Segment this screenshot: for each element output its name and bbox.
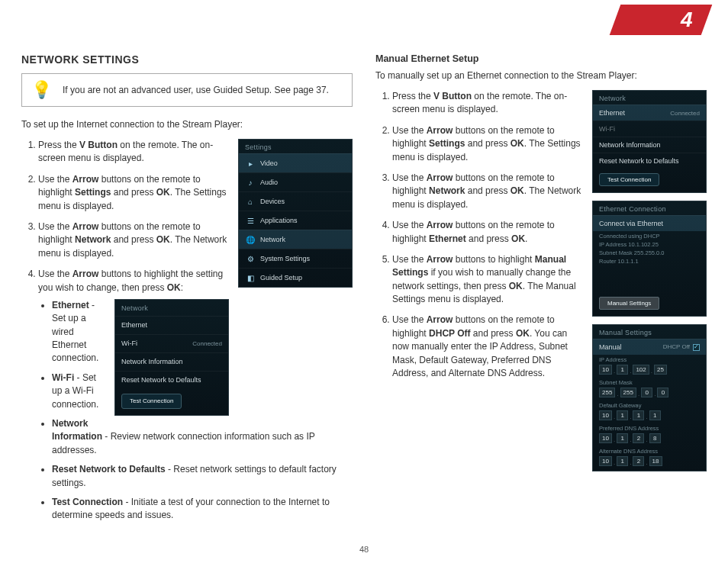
menu-row-ethernet: EthernetConnected — [593, 105, 706, 121]
menu-row-guided: ◧Guided Setup — [239, 268, 352, 287]
menu-row-video: ▸Video — [239, 153, 352, 172]
ip-line: IP Address 10.1.102.25 — [593, 240, 706, 248]
menu-row-applications: ☰Applications — [239, 211, 352, 230]
right-column: Manual Ethernet Setup To manually set up… — [375, 53, 707, 530]
menu-row-devices: ⌂Devices — [239, 191, 352, 211]
audio-icon: ♪ — [245, 177, 256, 188]
gateway-label: Default Gateway — [593, 401, 706, 409]
gear-icon: ⚙ — [245, 253, 256, 264]
menu-row-netinfo: Network Information — [115, 352, 228, 371]
manual-settings-button: Manual Settings — [599, 297, 659, 310]
menu-row-network: 🌐Network — [239, 230, 352, 249]
router-line: Router 10.1.1.1 — [593, 256, 706, 292]
adns-value: 10.1.2.18 — [593, 455, 706, 471]
page-number: 48 — [359, 545, 369, 554]
test-connection-button: Test Connection — [599, 173, 659, 186]
subnet-label: Subnet Mask — [593, 378, 706, 386]
pdns-value: 10.1.2.8 — [593, 432, 706, 446]
wizard-icon: ◧ — [245, 272, 256, 283]
apps-icon: ☰ — [245, 215, 256, 226]
screenshot-title: Network — [593, 91, 706, 105]
screenshot-manual-settings: Manual Settings Manual DHCP Off IP Addre… — [592, 324, 707, 471]
menu-row-reset: Reset Network to Defaults — [593, 153, 706, 169]
manual-header-row: Manual DHCP Off — [593, 339, 706, 355]
screenshot-title: Manual Settings — [593, 325, 706, 339]
screenshot-title: Ethernet Connection — [593, 201, 706, 215]
test-connection-button: Test Connection — [121, 394, 182, 409]
screenshot-title: Network — [115, 300, 228, 316]
lightbulb-icon: 💡 — [31, 80, 52, 100]
tip-text: If you are not an advanced user, use Gui… — [63, 84, 329, 97]
dhcp-off-checkbox — [693, 344, 700, 351]
screenshot-ethernet-connection: Ethernet Connection Connect via Ethernet… — [592, 201, 707, 317]
screenshot-network: Network Ethernet Wi-FiConnected Network … — [114, 299, 229, 416]
screenshot-network-2: Network EthernetConnected Wi-Fi Network … — [592, 90, 707, 193]
menu-row-audio: ♪Audio — [239, 172, 352, 191]
menu-row-wifi: Wi-Fi — [593, 121, 706, 137]
ip-label: IP Address — [593, 355, 706, 363]
left-column: NETWORK SETTINGS 💡 If you are not an adv… — [21, 53, 353, 530]
menu-row-reset: Reset Network to Defaults — [115, 371, 228, 389]
menu-row-wifi: Wi-FiConnected — [115, 334, 228, 352]
screenshot-title: Settings — [239, 140, 352, 153]
devices-icon: ⌂ — [245, 196, 256, 207]
screenshot-settings: Settings ▸Video ♪Audio ⌂Devices ☰Applica… — [238, 139, 353, 288]
section-heading: NETWORK SETTINGS — [21, 53, 353, 66]
subheading: Manual Ethernet Setup — [375, 53, 707, 64]
dhcp-line: Connected using DHCP — [593, 231, 706, 240]
gateway-value: 10.1.1.1 — [593, 409, 706, 423]
ip-address-value: 10.1.102.25 — [593, 363, 706, 378]
intro-text: To set up the Internet connection to the… — [21, 117, 353, 131]
menu-row-netinfo: Network Information — [593, 137, 706, 153]
bullet-netinfo: Network Information - Review network con… — [52, 417, 353, 457]
menu-row-system: ⚙System Settings — [239, 249, 352, 268]
bullet-test: Test Connection - Initiate a test of you… — [52, 496, 353, 523]
chapter-tab: 4 — [610, 5, 713, 35]
tip-box: 💡 If you are not an advanced user, use G… — [21, 73, 353, 107]
globe-icon: 🌐 — [245, 234, 256, 245]
adns-label: Alternate DNS Address — [593, 446, 706, 455]
subnet-value: 255.255.0.0 — [593, 386, 706, 401]
menu-row-ethernet: Ethernet — [115, 316, 228, 334]
connect-via-row: Connect via Ethernet — [593, 215, 706, 231]
video-icon: ▸ — [245, 158, 256, 169]
chapter-number: 4 — [681, 8, 693, 32]
intro-text: To manually set up an Ethernet connectio… — [375, 69, 707, 82]
mask-line: Subnet Mask 255.255.0.0 — [593, 248, 706, 256]
bullet-reset: Reset Network to Defaults - Reset networ… — [52, 463, 353, 490]
pdns-label: Preferred DNS Address — [593, 423, 706, 432]
step-4: Use the Arrow buttons to highlight the s… — [38, 268, 353, 523]
